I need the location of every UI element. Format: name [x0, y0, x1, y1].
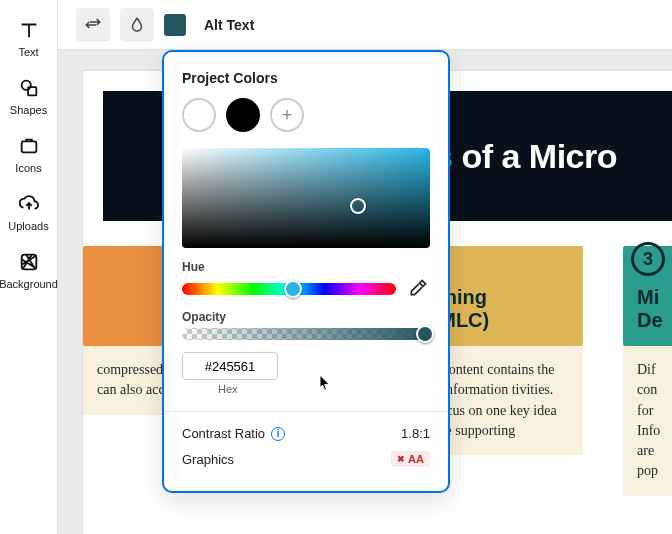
info-icon[interactable]: i [271, 427, 285, 441]
opacity-label: Opacity [182, 310, 430, 324]
tool-uploads-label: Uploads [8, 220, 48, 232]
color-picker-popup: Project Colors + Hue Opacity Hex Contras… [162, 50, 450, 493]
alt-text-button[interactable]: Alt Text [204, 17, 254, 33]
graphics-label: Graphics [182, 452, 234, 467]
svg-rect-2 [21, 141, 36, 152]
left-toolbar: Text Shapes Icons Uploads Background [0, 0, 58, 534]
upload-icon [17, 192, 41, 216]
background-icon [17, 250, 41, 274]
text-icon [17, 18, 41, 42]
mouse-cursor [320, 375, 331, 392]
tool-shapes-label: Shapes [10, 104, 47, 116]
icons-icon [17, 134, 41, 158]
project-colors-heading: Project Colors [182, 70, 430, 86]
card-3[interactable]: 3 Mi De Dif con for Info are pop [623, 246, 672, 496]
contrast-ratio-value: 1.8:1 [401, 426, 430, 441]
hue-label: Hue [182, 260, 430, 274]
fill-button[interactable] [120, 8, 154, 42]
card-3-title1: Mi [637, 286, 672, 309]
tool-shapes[interactable]: Shapes [0, 76, 57, 116]
banner-rest: of a Micro [453, 137, 618, 175]
opacity-slider[interactable] [182, 328, 430, 340]
tool-text-label: Text [18, 46, 38, 58]
tool-icons[interactable]: Icons [0, 134, 57, 174]
hue-slider[interactable] [182, 283, 396, 295]
tool-uploads[interactable]: Uploads [0, 192, 57, 232]
add-color-button[interactable]: + [270, 98, 304, 132]
contrast-ratio-text: Contrast Ratio [182, 426, 265, 441]
hex-input[interactable] [182, 352, 278, 380]
sv-cursor[interactable] [350, 198, 366, 214]
opacity-thumb[interactable] [416, 325, 434, 343]
card-3-title2: De [637, 309, 672, 332]
divider [164, 411, 448, 412]
project-colors-row: + [182, 98, 430, 132]
tool-icons-label: Icons [15, 162, 41, 174]
hue-thumb[interactable] [284, 280, 302, 298]
card-3-body: Dif con for Info are pop [623, 346, 672, 496]
shapes-icon [17, 76, 41, 100]
swatch-white[interactable] [182, 98, 216, 132]
tool-text[interactable]: Text [0, 18, 57, 58]
swap-button[interactable] [76, 8, 110, 42]
top-bar: Alt Text [58, 0, 672, 50]
eyedropper-button[interactable] [408, 278, 430, 300]
tool-background[interactable]: Background [0, 250, 57, 290]
saturation-value-field[interactable] [182, 148, 430, 248]
svg-point-0 [21, 81, 30, 90]
swatch-black[interactable] [226, 98, 260, 132]
tool-background-label: Background [0, 278, 58, 290]
hex-label: Hex [218, 383, 238, 395]
aa-fail-badge: AA [391, 451, 430, 467]
current-color-swatch[interactable] [164, 14, 186, 36]
card-3-badge: 3 [631, 242, 665, 276]
aa-text: AA [408, 453, 424, 465]
contrast-ratio-label: Contrast Ratio i [182, 426, 285, 441]
